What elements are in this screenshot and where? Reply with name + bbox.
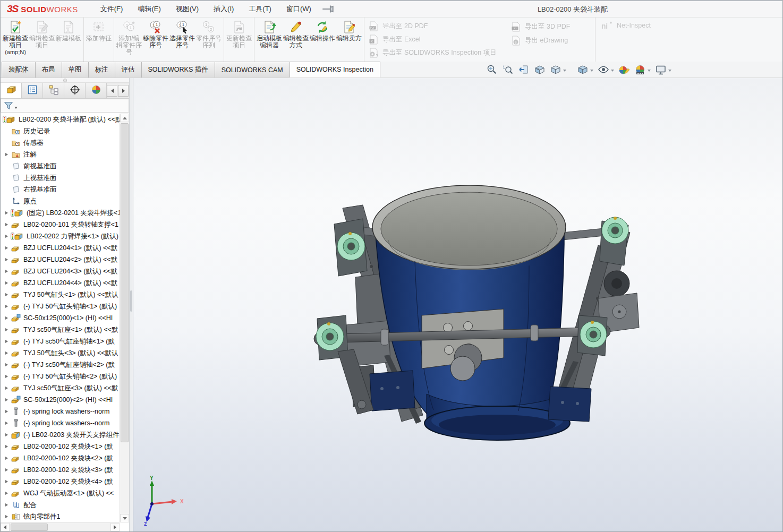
panel-tabs-scroll-right[interactable] [118, 85, 129, 97]
tree-item[interactable]: 传感器 [1, 137, 120, 149]
menu-item-5[interactable]: 窗口(W) [279, 1, 319, 17]
scroll-right-button[interactable] [110, 523, 120, 531]
tree-expand-arrow[interactable] [3, 422, 11, 425]
dropdown-caret-icon[interactable] [648, 70, 651, 72]
tree-item[interactable]: (-) TYJ 50气缸头销轴<2> (默认) [1, 371, 120, 382]
horizontal-scroll-thumb[interactable] [11, 524, 48, 531]
tree-item[interactable]: TYJ sc50气缸座<1> (默认) <<默 [1, 324, 120, 336]
tree-item[interactable]: BZJ UCFLU204<2> (默认) <<默 [1, 254, 120, 265]
tree-expand-arrow[interactable] [3, 246, 11, 250]
scroll-down-button[interactable] [120, 514, 129, 522]
assembly-3d-model[interactable] [309, 182, 649, 447]
menu-item-4[interactable]: 工具(T) [241, 1, 279, 17]
tree-expand-arrow[interactable] [3, 515, 11, 518]
tree-expand-arrow[interactable] [3, 153, 11, 156]
ribbon-button-edit-method[interactable]: 编辑检查方式 [283, 19, 309, 49]
tree-expand-arrow[interactable] [3, 387, 11, 390]
tree-expand-arrow[interactable] [3, 503, 11, 507]
filter-dropdown-caret[interactable] [14, 107, 18, 109]
tree-filter-bar[interactable] [1, 99, 129, 113]
tree-expand-arrow[interactable] [3, 351, 11, 355]
menu-item-1[interactable]: 编辑(E) [130, 1, 168, 17]
tree-expand-arrow[interactable] [3, 235, 11, 238]
ribbon-button-select-balloon[interactable]: 11选择零件序号 [169, 19, 195, 49]
tree-expand-arrow[interactable] [3, 398, 11, 401]
tree-item[interactable]: LB02-0200-102 夹袋块<3> (默 [1, 464, 120, 476]
ribbon-button-launch-template-editor[interactable]: 启动模板编辑器 [256, 19, 283, 49]
tree-expand-arrow[interactable] [3, 316, 11, 320]
tree-expand-arrow[interactable] [3, 223, 11, 226]
graphics-viewport[interactable]: Y X Z [133, 78, 782, 531]
tree-item[interactable]: (-) TYJ sc50气缸座销轴<2> (默 [1, 359, 120, 371]
hud-edit-appearance-button[interactable] [617, 63, 631, 78]
hud-view-settings-button[interactable] [654, 63, 673, 78]
hud-view-orientation-button[interactable] [549, 63, 567, 78]
menu-item-0[interactable]: 文件(F) [93, 1, 131, 17]
tree-expand-arrow[interactable] [3, 340, 11, 343]
panel-collapse-grip[interactable] [1, 78, 129, 83]
tree-item[interactable]: TYJ sc50气缸座<3> (默认) <<默 [1, 382, 120, 394]
tree-item[interactable]: BZJ UCFLU204<3> (默认) <<默 [1, 265, 120, 277]
tree-vertical-scrollbar[interactable] [120, 114, 129, 522]
tree-expand-arrow[interactable] [3, 270, 11, 273]
hud-zoom-to-fit-button[interactable] [485, 63, 499, 78]
tree-expand-arrow[interactable] [3, 410, 11, 413]
tree-item[interactable]: TYJ 50气缸头<3> (默认) <<默认 [1, 347, 120, 359]
panel-tabs-scroll-left[interactable] [107, 85, 117, 97]
tree-expand-arrow[interactable] [3, 480, 11, 483]
tree-item[interactable]: TYJ 50气缸头<1> (默认) <<默认 [1, 289, 120, 301]
tree-item[interactable]: 上视基准面 [1, 172, 120, 184]
tree-expand-arrow[interactable] [3, 281, 11, 285]
tree-item[interactable]: BZJ UCFLU204<1> (默认) <<默 [1, 242, 120, 254]
splitter-handle[interactable] [130, 290, 132, 312]
tree-horizontal-scrollbar[interactable] [1, 522, 120, 531]
tree-expand-arrow[interactable] [3, 211, 11, 214]
panel-tab-dimxpertmanager[interactable] [64, 83, 86, 98]
tree-item[interactable]: WGJ 气动振动器<1> (默认) << [1, 487, 120, 499]
tree-item[interactable]: (-) TYJ 50气缸头销轴<1> (默认) [1, 301, 120, 312]
tree-expand-arrow[interactable] [3, 305, 11, 308]
tree-expand-arrow[interactable] [3, 445, 11, 448]
tree-expand-arrow[interactable] [3, 293, 11, 296]
tree-item[interactable]: LB02-0200-102 夹袋块<2> (默 [1, 452, 120, 464]
command-tab-5[interactable]: SOLIDWORKS 插件 [141, 62, 215, 78]
menu-item-3[interactable]: 插入(I) [206, 1, 241, 17]
hud-section-view-button[interactable] [533, 63, 547, 78]
tree-item[interactable]: 原点 [1, 195, 120, 207]
tree-item[interactable]: BZJ UCFLU204<4> (默认) <<默 [1, 277, 120, 289]
panel-splitter[interactable] [129, 78, 133, 531]
tree-item[interactable]: 镜向零部件1 [1, 511, 120, 522]
tree-item[interactable]: (-) spring lock washers--norm [1, 406, 120, 417]
ribbon-button-edit-vendor[interactable]: 编辑卖方 [336, 19, 362, 42]
panel-tab-featuremanager[interactable] [1, 83, 22, 98]
menu-item-2[interactable]: 视图(V) [168, 1, 206, 17]
panel-tab-configurationmanager[interactable] [43, 83, 64, 98]
ribbon-button-edit-operation[interactable]: 编辑操作 [309, 19, 336, 42]
dropdown-caret-icon[interactable] [611, 70, 614, 72]
dropdown-caret-icon[interactable] [590, 70, 593, 72]
tree-item[interactable]: (-) spring lock washers--norm [1, 417, 120, 429]
pin-icon[interactable] [321, 4, 335, 14]
tree-root-item[interactable]: LB02-0200 夹袋斗装配 (默认) <<默认_显示状态 [1, 114, 120, 125]
ribbon-button-remove-balloon[interactable]: 11移除零件序号 [142, 19, 169, 49]
tree-item[interactable]: (固定) LB02-0201 夹袋斗焊接<1 [1, 207, 120, 219]
hud-hide-show-items-button[interactable] [597, 63, 615, 78]
command-tab-7[interactable]: SOLIDWORKS Inspection [290, 62, 380, 78]
tree-expand-arrow[interactable] [3, 433, 11, 436]
filter-funnel-icon[interactable] [4, 101, 13, 110]
hud-apply-scene-button[interactable] [633, 63, 652, 78]
tree-expand-arrow[interactable] [3, 258, 11, 261]
panel-tab-propertymanager[interactable] [22, 83, 43, 98]
command-tab-6[interactable]: SOLIDWORKS CAM [215, 62, 290, 78]
command-tab-3[interactable]: 标注 [88, 62, 115, 78]
tree-expand-arrow[interactable] [3, 328, 11, 331]
tree-item[interactable]: LB02-0200-102 夹袋块<1> (默 [1, 441, 120, 452]
tree-item[interactable]: 前视基准面 [1, 160, 120, 172]
ribbon-button-new-inspection[interactable]: 新建检查项目(amp;N) [2, 19, 29, 55]
tree-expand-arrow[interactable] [3, 457, 11, 460]
tree-expand-arrow[interactable] [3, 363, 11, 366]
scroll-left-button[interactable] [1, 523, 10, 531]
tree-item[interactable]: 配合 [1, 499, 120, 511]
hud-zoom-to-area-button[interactable] [501, 63, 515, 78]
tree-item[interactable]: (-) TYJ sc50气缸座销轴<1> (默 [1, 336, 120, 347]
